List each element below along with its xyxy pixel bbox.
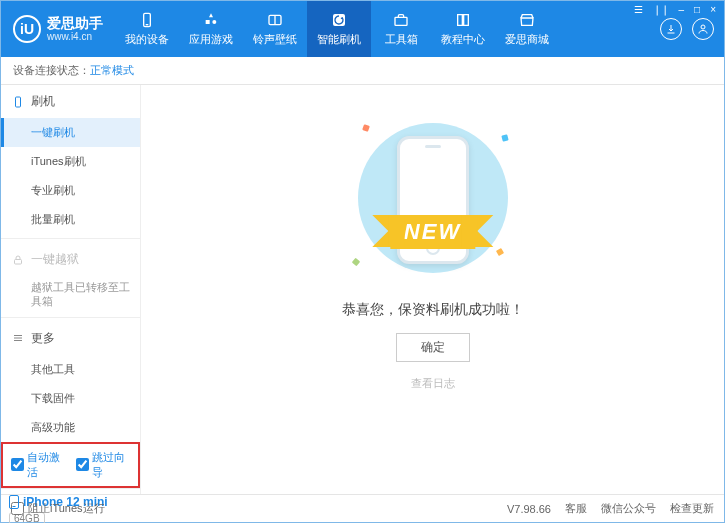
block-itunes-checkbox[interactable]: 阻止iTunes运行 [11,501,105,516]
close-button[interactable]: × [708,4,718,15]
highlight-checkbox-row: 自动激活 跳过向导 [1,442,140,488]
nav-label: 工具箱 [385,32,418,47]
minimize-button[interactable]: – [677,4,687,15]
more-icon [11,331,25,345]
update-link[interactable]: 检查更新 [670,501,714,516]
maximize-button[interactable]: □ [692,4,702,15]
nav-label: 教程中心 [441,32,485,47]
conn-mode: 正常模式 [90,64,134,76]
sidebar-group-more[interactable]: 更多 [1,322,140,355]
user-button[interactable] [692,18,714,40]
top-nav: 我的设备 应用游戏 铃声壁纸 智能刷机 工具箱 教程中心 [115,1,650,57]
sidebar-item-itunes-flash[interactable]: iTunes刷机 [1,147,140,176]
sidebar-item-one-key-flash[interactable]: 一键刷机 [1,118,140,147]
nav-tutorials[interactable]: 教程中心 [431,1,495,57]
phone-icon [11,95,25,109]
nav-label: 应用游戏 [189,32,233,47]
title-bar: iU 爱思助手 www.i4.cn 我的设备 应用游戏 铃声壁纸 智能刷机 [1,1,724,57]
main-content: NEW 恭喜您，保资料刷机成功啦！ 确定 查看日志 [141,85,724,494]
conn-label: 设备连接状态： [13,64,90,76]
sidebar-group-label: 更多 [31,330,55,347]
sidebar-item-download-firmware[interactable]: 下载固件 [1,384,140,413]
toolbox-icon [392,11,410,29]
pin-button[interactable]: ❘❘ [651,4,671,15]
view-log-link[interactable]: 查看日志 [411,376,455,391]
sidebar-group-flash[interactable]: 刷机 [1,85,140,118]
wechat-link[interactable]: 微信公众号 [601,501,656,516]
success-text: 恭喜您，保资料刷机成功啦！ [342,301,524,319]
sidebar-item-other-tools[interactable]: 其他工具 [1,355,140,384]
sidebar-group-label: 一键越狱 [31,251,79,268]
app-window: iU 爱思助手 www.i4.cn 我的设备 应用游戏 铃声壁纸 智能刷机 [0,0,725,523]
phone-icon [9,495,19,509]
nav-label: 我的设备 [125,32,169,47]
svg-rect-9 [16,97,21,107]
store-icon [518,11,536,29]
window-controls: ☰ ❘❘ – □ × [650,1,724,57]
phone-icon [138,11,156,29]
refresh-icon [330,11,348,29]
brand-url: www.i4.cn [47,31,103,43]
brand-title: 爱思助手 [47,15,103,32]
logo-icon: iU [13,15,41,43]
sidebar-group-jailbreak[interactable]: 一键越狱 [1,243,140,276]
svg-point-8 [701,25,705,29]
nav-smart-flash[interactable]: 智能刷机 [307,1,371,57]
sidebar-group-label: 刷机 [31,93,55,110]
nav-store[interactable]: 爱思商城 [495,1,559,57]
nav-apps-games[interactable]: 应用游戏 [179,1,243,57]
auto-activate-checkbox[interactable]: 自动激活 [11,450,66,480]
success-illustration: NEW [333,115,533,285]
nav-label: 铃声壁纸 [253,32,297,47]
menu-button[interactable]: ☰ [632,4,645,15]
nav-my-device[interactable]: 我的设备 [115,1,179,57]
svg-rect-7 [395,17,407,25]
new-ribbon: NEW [390,215,475,249]
sidebar-item-pro-flash[interactable]: 专业刷机 [1,176,140,205]
nav-toolbox[interactable]: 工具箱 [371,1,431,57]
skip-guide-label: 跳过向导 [92,450,131,480]
download-button[interactable] [660,18,682,40]
sidebar-item-batch-flash[interactable]: 批量刷机 [1,205,140,234]
nav-ringtones[interactable]: 铃声壁纸 [243,1,307,57]
svg-rect-10 [15,259,22,264]
sub-header: 设备连接状态：正常模式 [1,57,724,85]
ok-button[interactable]: 确定 [396,333,470,362]
apps-icon [202,11,220,29]
book-icon [454,11,472,29]
nav-label: 智能刷机 [317,32,361,47]
svg-rect-2 [206,20,210,24]
status-bar: 阻止iTunes运行 V7.98.66 客服 微信公众号 检查更新 [1,494,724,522]
service-link[interactable]: 客服 [565,501,587,516]
ringtone-icon [266,11,284,29]
lock-icon [11,253,25,267]
auto-activate-label: 自动激活 [27,450,66,480]
nav-label: 爱思商城 [505,32,549,47]
skip-guide-checkbox[interactable]: 跳过向导 [76,450,131,480]
sidebar-item-advanced[interactable]: 高级功能 [1,413,140,442]
logo-block: iU 爱思助手 www.i4.cn [1,1,115,57]
jailbreak-note: 越狱工具已转移至工具箱 [1,276,140,313]
sidebar: 刷机 一键刷机 iTunes刷机 专业刷机 批量刷机 一键越狱 越狱工具已转移至… [1,85,141,494]
version-label: V7.98.66 [507,503,551,515]
block-itunes-label: 阻止iTunes运行 [28,501,105,516]
svg-point-3 [212,20,216,24]
